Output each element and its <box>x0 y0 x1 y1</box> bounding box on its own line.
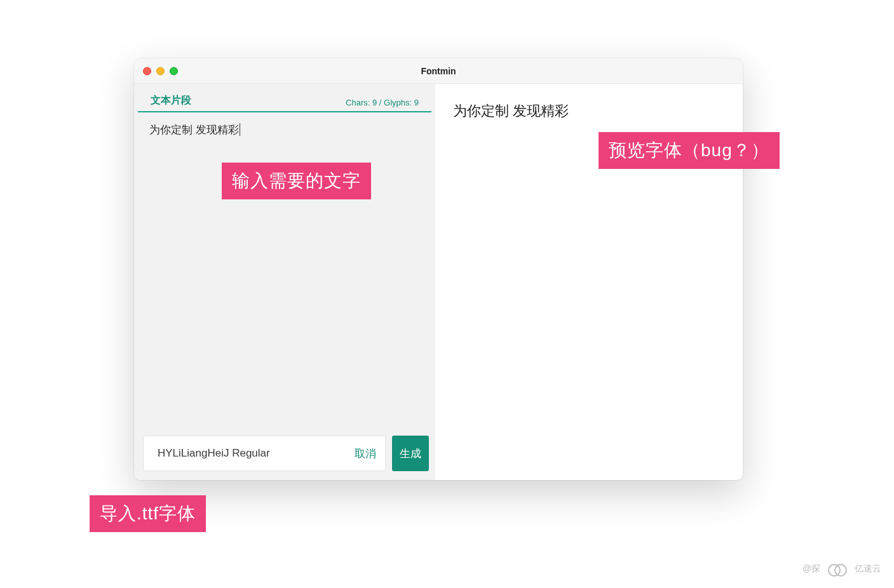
font-name-label: HYLiLiangHeiJ Regular <box>158 447 270 460</box>
watermark-handle: @探 <box>803 563 820 575</box>
left-pane: 文本片段 Chars: 9 / Glyphs: 9 为你定制 发现精彩 HYLi… <box>134 84 435 480</box>
text-input-value: 为你定制 发现精彩 <box>149 124 239 136</box>
titlebar: Fontmin <box>134 58 743 84</box>
char-glyph-stats: Chars: 9 / Glyphs: 9 <box>346 98 419 107</box>
close-icon[interactable] <box>143 67 151 75</box>
annotation-import-hint: 导入.ttf字体 <box>90 495 206 532</box>
traffic-lights <box>143 67 178 75</box>
section-header: 文本片段 Chars: 9 / Glyphs: 9 <box>138 84 431 112</box>
app-window: Fontmin 文本片段 Chars: 9 / Glyphs: 9 为你定制 发… <box>134 58 743 480</box>
text-input-wrap: 为你定制 发现精彩 <box>134 112 435 427</box>
bottom-bar: HYLiLiangHeiJ Regular 取消 生成 <box>134 427 435 480</box>
generate-button[interactable]: 生成 <box>392 436 429 471</box>
infinity-icon <box>828 563 847 575</box>
watermark: @探 亿速云 <box>803 563 881 575</box>
cancel-button[interactable]: 取消 <box>355 446 376 461</box>
section-title: 文本片段 <box>151 94 191 107</box>
preview-text: 为你定制 发现精彩 <box>453 102 725 121</box>
window-title: Fontmin <box>421 66 456 76</box>
annotation-input-hint: 输入需要的文字 <box>222 163 371 199</box>
minimize-icon[interactable] <box>156 67 165 75</box>
text-cursor-icon <box>240 123 240 136</box>
annotation-preview-hint: 预览字体（bug？） <box>599 132 780 169</box>
maximize-icon[interactable] <box>170 67 178 75</box>
font-selector[interactable]: HYLiLiangHeiJ Regular 取消 <box>143 436 386 471</box>
watermark-brand: 亿速云 <box>855 563 881 575</box>
